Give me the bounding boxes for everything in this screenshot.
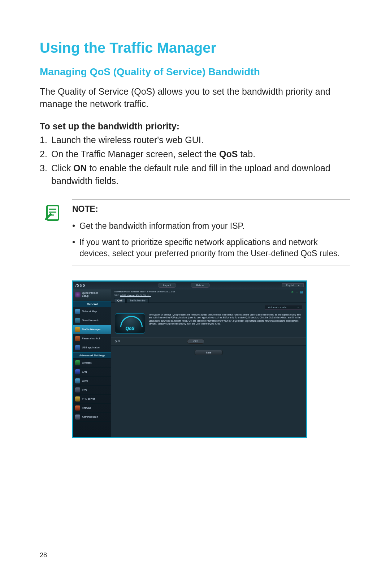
step-number: 2. [40,148,51,160]
ipv6-icon [75,387,80,392]
status-icon: ⟳ [291,291,294,294]
quick-setup-icon [75,292,81,297]
steps-heading: To set up the bandwidth priority: [40,121,350,132]
note-block: NOTE: •Get the bandwidth information fro… [72,199,350,266]
section-subtitle: Managing QoS (Quality of Service) Bandwi… [40,66,350,78]
sidebar-item-network-map[interactable]: Network Map [73,307,111,316]
qos-toggle-label: QoS [115,340,187,343]
ssid-line: SSID: ASUS_channer ASUS_5G_ch... [111,293,306,297]
page-number: 28 [40,551,47,559]
router-screenshot: /SUS Logout Reboot English Quick Interne… [72,280,307,438]
tab-qos[interactable]: QoS [114,298,126,302]
step-text: Launch the wireless router's web GUI. [51,134,350,146]
page-title: Using the Traffic Manager [40,40,350,56]
operation-mode-line: Operation Mode: Wireless router Firmware… [111,289,306,293]
intro-paragraph: The Quality of Service (QoS) allows you … [40,86,350,110]
qos-badge-icon: QoS [115,313,145,334]
qos-description: The Quality of Service (QoS) ensures the… [149,313,302,334]
lan-icon [75,369,80,374]
usb-status-icon: ⊹ [296,291,298,294]
sidebar-section-advanced: Advanced Settings [73,352,111,359]
parental-control-icon [75,336,80,341]
sidebar-item-ipv6[interactable]: IPv6 [73,386,111,395]
qos-toggle[interactable]: OFF [187,339,204,344]
ssid-link[interactable]: ASUS_channer ASUS_5G_ch... [120,294,151,296]
brand-logo: /SUS [75,283,85,287]
traffic-manager-icon [75,327,80,332]
firewall-icon [75,405,80,411]
wireless-icon [75,360,80,365]
sidebar-item-vpn-server[interactable]: VPN server [73,395,111,404]
logout-button[interactable]: Logout [158,283,176,288]
sidebar-item-wireless[interactable]: Wireless [73,359,111,368]
language-select[interactable]: English [282,283,304,287]
footer-divider [40,548,350,548]
note-label: NOTE: [72,204,350,214]
step-number: 1. [40,134,51,146]
operation-mode-link[interactable]: Wireless router [131,291,145,293]
sidebar-item-wan[interactable]: WAN [73,377,111,386]
vpn-icon [75,396,80,402]
step-number: 3. [40,162,51,187]
step-item: 2. On the Traffic Manager screen, select… [40,148,350,160]
quick-setup-button[interactable]: Quick Internet Setup [73,289,111,301]
svg-rect-0 [47,206,58,220]
save-button[interactable]: Save [195,350,223,355]
reboot-button[interactable]: Reboot [191,283,210,288]
usb-icon [75,345,80,350]
note-item: •If you want to prioritize specific netw… [72,237,350,259]
sidebar-item-guest-network[interactable]: Guest Network [73,316,111,325]
wan-icon [75,378,80,383]
tab-traffic-monitor[interactable]: Traffic Monitor [126,298,149,302]
sidebar-item-firewall[interactable]: Firewall [73,404,111,413]
note-icon [44,203,63,222]
note-item: •Get the bandwidth information from your… [72,220,350,232]
sidebar-item-lan[interactable]: LAN [73,368,111,377]
sidebar-item-usb-application[interactable]: USB application [73,343,111,352]
qos-mode-select[interactable]: Automatic mode [265,305,302,310]
administration-icon [75,415,80,420]
sidebar-section-general: General [73,301,111,307]
status-icons: ⟳⊹▤ [291,291,303,294]
steps-list: 1. Launch the wireless router's web GUI.… [40,134,350,187]
sidebar-item-traffic-manager[interactable]: Traffic Manager [73,325,111,334]
storage-status-icon: ▤ [300,291,303,294]
step-item: 1. Launch the wireless router's web GUI. [40,134,350,146]
guest-network-icon [75,318,80,323]
sidebar-item-parental-control[interactable]: Parenral control [73,334,111,343]
sidebar: Quick Internet Setup General Network Map… [73,289,111,437]
sidebar-item-administration[interactable]: Administration [73,413,111,422]
step-text: Click ON to enable the default rule and … [51,162,350,187]
firmware-link[interactable]: 3.0.0.2.69 [165,291,175,293]
step-text: On the Traffic Manager screen, select th… [51,148,350,160]
network-map-icon [75,309,80,314]
step-item: 3. Click ON to enable the default rule a… [40,162,350,187]
